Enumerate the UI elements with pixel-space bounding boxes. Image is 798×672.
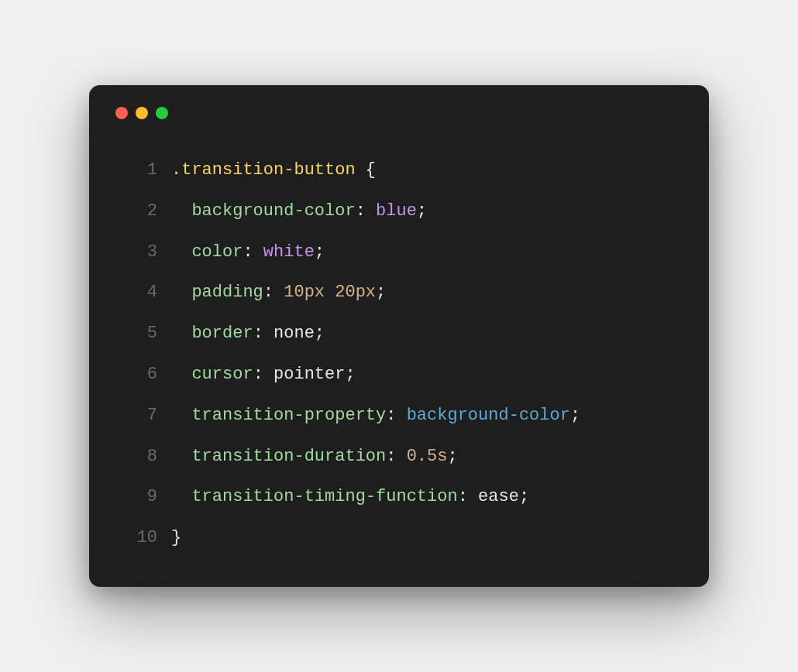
code-token: { <box>356 160 376 180</box>
code-token: : <box>458 487 468 506</box>
line-number: 6 <box>120 355 157 396</box>
code-token <box>171 201 191 221</box>
code-token: ; <box>315 242 325 262</box>
code-block: 1.transition-button {2 background-color:… <box>120 150 678 559</box>
code-token <box>171 365 191 384</box>
code-token: ; <box>315 324 325 343</box>
code-line: 8 transition-duration: 0.5s; <box>120 437 678 478</box>
line-content: transition-property: background-color; <box>171 396 580 437</box>
code-line: 3 color: white; <box>120 232 678 273</box>
code-token: ; <box>376 283 386 302</box>
line-content: color: white; <box>171 232 325 273</box>
code-token <box>171 242 191 262</box>
line-number: 9 <box>120 477 157 518</box>
code-token <box>396 406 406 425</box>
code-line: 2 background-color: blue; <box>120 191 678 232</box>
code-token: .transition-button <box>171 160 356 180</box>
code-token: border <box>191 324 253 343</box>
code-token <box>171 447 191 466</box>
code-token: : <box>263 283 273 302</box>
code-token: : <box>386 447 396 466</box>
line-number: 1 <box>120 150 157 191</box>
code-token: 10px 20px <box>284 283 376 302</box>
code-token: cursor <box>191 365 253 384</box>
code-token <box>273 283 284 302</box>
minimize-icon[interactable] <box>136 107 148 119</box>
code-token: ; <box>570 406 580 425</box>
traffic-lights <box>115 107 678 119</box>
line-content: padding: 10px 20px; <box>171 273 386 314</box>
code-token <box>253 242 263 262</box>
code-token: background-color <box>191 201 355 221</box>
line-number: 2 <box>120 191 157 232</box>
line-number: 3 <box>120 232 157 273</box>
code-token: none <box>263 324 315 343</box>
code-token: transition-timing-function <box>191 487 457 506</box>
line-content: cursor: pointer; <box>171 355 356 396</box>
code-line: 6 cursor: pointer; <box>120 355 678 396</box>
code-token: : <box>356 201 366 221</box>
code-token: padding <box>191 283 263 302</box>
code-token: ; <box>345 365 355 384</box>
code-token: ; <box>447 447 457 466</box>
code-token: background-color <box>407 406 570 425</box>
line-number: 4 <box>120 273 157 314</box>
code-token: : <box>386 406 396 425</box>
line-content: border: none; <box>171 314 325 355</box>
code-token: ; <box>519 487 529 506</box>
line-number: 5 <box>120 314 157 355</box>
code-token <box>366 201 376 221</box>
code-token <box>171 324 191 343</box>
line-content: } <box>171 518 181 559</box>
code-token <box>171 283 191 302</box>
code-line: 1.transition-button { <box>120 150 678 191</box>
code-token: : <box>242 242 253 262</box>
code-token: blue <box>376 201 417 221</box>
code-token <box>171 406 191 425</box>
code-token: : <box>253 324 263 343</box>
maximize-icon[interactable] <box>156 107 168 119</box>
code-token: transition-duration <box>191 447 386 466</box>
line-content: background-color: blue; <box>171 191 427 232</box>
code-token: 0.5s <box>407 447 448 466</box>
code-line: 7 transition-property: background-color; <box>120 396 678 437</box>
line-content: .transition-button { <box>171 150 376 191</box>
line-number: 7 <box>120 396 157 437</box>
close-icon[interactable] <box>115 107 128 119</box>
code-line: 4 padding: 10px 20px; <box>120 273 678 314</box>
code-token <box>171 487 191 506</box>
line-number: 10 <box>120 518 157 559</box>
code-window: 1.transition-button {2 background-color:… <box>89 85 709 587</box>
code-token: ; <box>417 201 427 221</box>
code-line: 5 border: none; <box>120 314 678 355</box>
code-token: white <box>263 242 315 262</box>
code-token: color <box>191 242 242 262</box>
line-content: transition-duration: 0.5s; <box>171 437 458 478</box>
code-token <box>396 447 406 466</box>
code-line: 10} <box>120 518 678 559</box>
code-token: : <box>253 365 263 384</box>
code-token: pointer <box>263 365 346 384</box>
code-line: 9 transition-timing-function: ease; <box>120 477 678 518</box>
code-token: transition-property <box>191 406 386 425</box>
line-content: transition-timing-function: ease; <box>171 477 529 518</box>
code-token: } <box>171 528 181 547</box>
code-token: ease <box>468 487 519 506</box>
line-number: 8 <box>120 437 157 478</box>
